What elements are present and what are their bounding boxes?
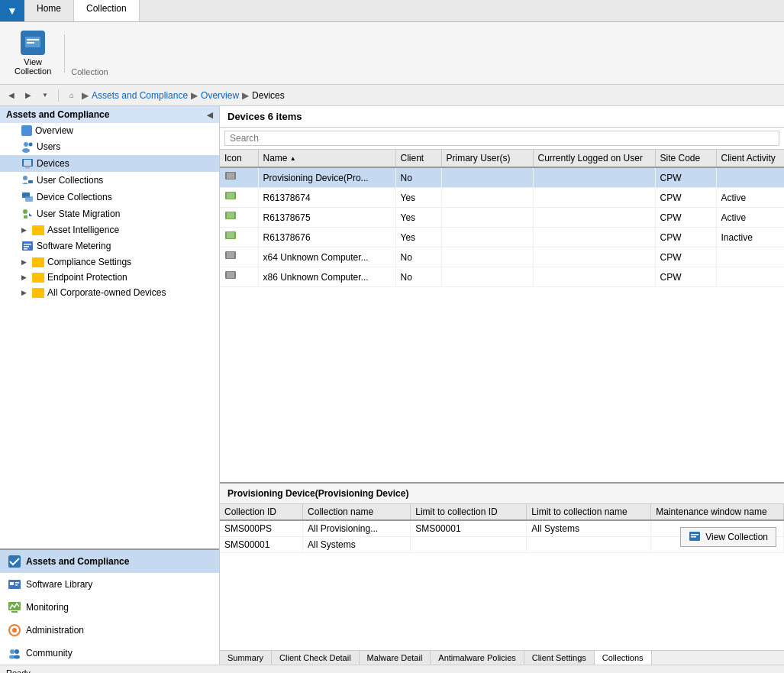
detail-header-row: Collection ID Collection name Limit to c… (220, 504, 784, 520)
detail-table-container: Collection ID Collection name Limit to c… (220, 504, 784, 650)
col-name[interactable]: Name ▲ (258, 150, 395, 167)
cell-site-code: CPW (655, 167, 716, 188)
view-collection-button[interactable]: View Collection (8, 27, 58, 79)
table-row[interactable]: Provisioning Device(Pro... No CPW (220, 167, 784, 188)
cell-icon (220, 228, 258, 248)
sidebar-item-device-collections[interactable]: Device Collections (0, 189, 219, 205)
svg-rect-20 (10, 582, 14, 585)
sidebar-label-user-collections: User Collections (37, 175, 103, 186)
tab-collection[interactable]: Collection (74, 0, 140, 21)
table-row[interactable]: R61378674 Yes CPW Active (220, 188, 784, 208)
sidebar-bottom-software[interactable]: Software Library (0, 573, 219, 596)
sidebar-item-user-collections[interactable]: User Collections (0, 172, 219, 189)
devices-icon (21, 157, 34, 170)
tab-malware[interactable]: Malware Detail (360, 651, 431, 665)
cell-primary-user (441, 208, 533, 228)
detail-cell-id: SMS000PS (220, 520, 303, 537)
status-bar: Ready (0, 665, 784, 673)
cell-site-code: CPW (655, 188, 716, 208)
sidebar-collapse-btn[interactable]: ◀ (207, 111, 213, 119)
sidebar-bottom-assets[interactable]: Assets and Compliance (0, 550, 219, 573)
col-primary-user[interactable]: Primary User(s) (441, 150, 533, 167)
view-collection-btn-label: View Collection (705, 532, 768, 542)
nav-path: ▶ Assets and Compliance ▶ Overview ▶ Dev… (82, 90, 285, 101)
sidebar-label-users: Users (37, 141, 60, 152)
cell-logged-user (533, 188, 655, 208)
detail-col-limit-id[interactable]: Limit to collection ID (411, 504, 527, 520)
table-row[interactable]: R61378675 Yes CPW Active (220, 208, 784, 228)
nav-path-assets[interactable]: Assets and Compliance (92, 90, 188, 101)
cell-site-code: CPW (655, 208, 716, 228)
svg-point-3 (24, 142, 28, 147)
cell-icon (220, 267, 258, 287)
col-icon[interactable]: Icon (220, 150, 258, 167)
nav-path-overview[interactable]: Overview (201, 90, 239, 101)
sidebar-item-devices[interactable]: Devices (0, 155, 219, 172)
cell-logged-user (533, 167, 655, 188)
cell-logged-user (533, 208, 655, 228)
detail-col-name[interactable]: Collection name (303, 504, 411, 520)
cell-logged-user (533, 267, 655, 287)
svg-point-27 (10, 649, 15, 654)
users-icon (21, 141, 34, 153)
corporate-expand-arrow: ▶ (21, 289, 29, 296)
sidebar-item-endpoint-protection[interactable]: ▶ Endpoint Protection (0, 270, 219, 285)
endpoint-folder-icon (32, 273, 44, 283)
cell-icon (220, 167, 258, 188)
sidebar-item-corporate-devices[interactable]: ▶ All Corporate-owned Devices (0, 285, 219, 300)
sidebar-bottom-community[interactable]: Community (0, 642, 219, 665)
tab-client-settings[interactable]: Client Settings (524, 651, 595, 665)
col-client-activity[interactable]: Client Activity (716, 150, 784, 167)
detail-col-maint[interactable]: Maintenance window name (651, 504, 784, 520)
app-menu-btn[interactable]: ▼ (0, 0, 24, 21)
sidebar-top: Assets and Compliance ◀ Overview Users (0, 106, 219, 548)
sidebar-item-compliance-settings[interactable]: ▶ Compliance Settings (0, 254, 219, 270)
cell-site-code: CPW (655, 228, 716, 248)
table-row[interactable]: x86 Unknown Computer... No CPW (220, 267, 784, 287)
col-logged-user[interactable]: Currently Logged on User (533, 150, 655, 167)
software-icon (21, 240, 34, 252)
tab-collections[interactable]: Collections (595, 651, 652, 665)
cell-primary-user (441, 248, 533, 267)
sidebar-item-asset-intelligence[interactable]: ▶ Asset Intelligence (0, 222, 219, 238)
sort-indicator: ▲ (290, 155, 296, 162)
tab-summary[interactable]: Summary (220, 651, 272, 665)
cell-name: Provisioning Device(Pro... (258, 167, 395, 188)
sidebar-item-software-metering[interactable]: Software Metering (0, 238, 219, 254)
detail-col-id[interactable]: Collection ID (220, 504, 303, 520)
view-collection-btn[interactable]: View Collection (680, 527, 776, 547)
tab-client-check[interactable]: Client Check Detail (272, 651, 360, 665)
sidebar-label-devices: Devices (37, 158, 69, 169)
sidebar-bottom-monitoring[interactable]: Monitoring (0, 596, 219, 619)
corporate-folder-icon (32, 288, 44, 298)
nav-home-btn[interactable]: ⌂ (65, 89, 79, 102)
detail-col-limit-name[interactable]: Limit to collection name (527, 504, 651, 520)
ribbon-section-label: Collection (71, 67, 108, 79)
nav-forward-btn[interactable]: ▶ (21, 89, 35, 102)
cell-name: R61378674 (258, 188, 395, 208)
sidebar-item-user-state-migration[interactable]: User State Migration (0, 205, 219, 222)
detail-cell-name: All Systems (303, 537, 411, 553)
svg-rect-15 (24, 244, 31, 245)
sidebar-item-users[interactable]: Users (0, 138, 219, 155)
svg-rect-36 (227, 212, 234, 218)
tab-home[interactable]: Home (24, 0, 74, 21)
table-row[interactable]: x64 Unknown Computer... No CPW (220, 248, 784, 267)
table-row[interactable]: R61378676 Yes CPW Inactive (220, 228, 784, 248)
nav-dropdown-btn[interactable]: ▼ (38, 89, 52, 102)
svg-rect-45 (691, 536, 696, 538)
assets-compliance-icon (8, 555, 21, 568)
col-site-code[interactable]: Site Code (655, 150, 716, 167)
sidebar-item-overview[interactable]: Overview (0, 123, 219, 138)
search-input[interactable] (224, 131, 779, 146)
sidebar-bottom-administration[interactable]: Administration (0, 619, 219, 642)
nav-back-btn[interactable]: ◀ (5, 89, 18, 102)
tab-antimalware[interactable]: Antimalware Policies (431, 651, 524, 665)
devices-table: Icon Name ▲ Client Primary User(s) Curre… (220, 150, 784, 287)
col-client[interactable]: Client (395, 150, 441, 167)
svg-point-9 (23, 176, 27, 180)
svg-rect-1 (27, 39, 39, 40)
cell-primary-user (441, 267, 533, 287)
nav-bar: ◀ ▶ ▼ ⌂ ▶ Assets and Compliance ▶ Overvi… (0, 85, 784, 106)
cell-activity: Active (716, 188, 784, 208)
